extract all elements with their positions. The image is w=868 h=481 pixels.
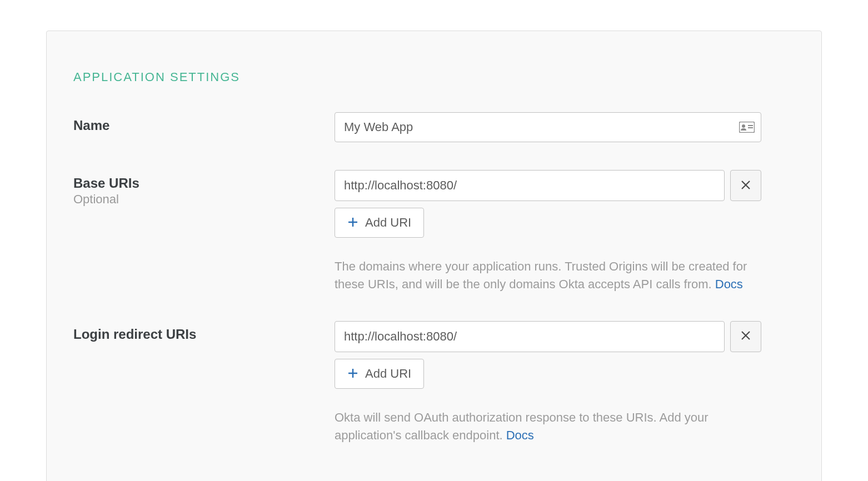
application-settings-panel: APPLICATION SETTINGS Name xyxy=(46,31,822,481)
section-title: APPLICATION SETTINGS xyxy=(73,70,795,84)
remove-base-uri-button[interactable] xyxy=(730,170,761,201)
name-label-col: Name xyxy=(73,112,335,133)
login-redirect-uris-row: Login redirect URIs xyxy=(73,321,795,444)
name-label: Name xyxy=(73,118,335,133)
login-redirect-uris-docs-link[interactable]: Docs xyxy=(506,428,534,442)
add-login-redirect-uri-button[interactable]: Add URI xyxy=(335,359,424,389)
base-uris-help-text-content: The domains where your application runs.… xyxy=(335,259,747,291)
base-uri-input[interactable] xyxy=(335,170,725,201)
base-uris-help-text: The domains where your application runs.… xyxy=(335,258,757,293)
login-redirect-uris-label: Login redirect URIs xyxy=(73,327,335,342)
name-row: Name xyxy=(73,112,795,142)
add-base-uri-label: Add URI xyxy=(365,216,411,230)
login-redirect-uris-control-col: Add URI Okta will send OAuth authorizati… xyxy=(335,321,795,444)
base-uris-label: Base URIs xyxy=(73,176,335,191)
remove-login-redirect-uri-button[interactable] xyxy=(730,321,761,352)
login-redirect-uris-help-text: Okta will send OAuth authorization respo… xyxy=(335,409,757,444)
close-icon xyxy=(740,179,751,192)
base-uris-row: Base URIs Optional xyxy=(73,170,795,293)
add-login-redirect-uri-label: Add URI xyxy=(365,367,411,381)
login-redirect-uri-input[interactable] xyxy=(335,321,725,352)
name-control-col xyxy=(335,112,795,142)
login-redirect-uris-label-col: Login redirect URIs xyxy=(73,321,335,342)
base-uris-docs-link[interactable]: Docs xyxy=(715,277,743,291)
plus-icon xyxy=(347,366,358,382)
base-uris-control-col: Add URI The domains where your applicati… xyxy=(335,170,795,293)
add-base-uri-button[interactable]: Add URI xyxy=(335,208,424,238)
base-uri-item xyxy=(335,170,761,201)
name-input[interactable] xyxy=(335,112,761,142)
base-uris-sublabel: Optional xyxy=(73,192,335,207)
plus-icon xyxy=(347,215,358,231)
base-uris-label-col: Base URIs Optional xyxy=(73,170,335,207)
close-icon xyxy=(740,330,751,343)
login-redirect-uri-item xyxy=(335,321,761,352)
name-input-wrap xyxy=(335,112,761,142)
